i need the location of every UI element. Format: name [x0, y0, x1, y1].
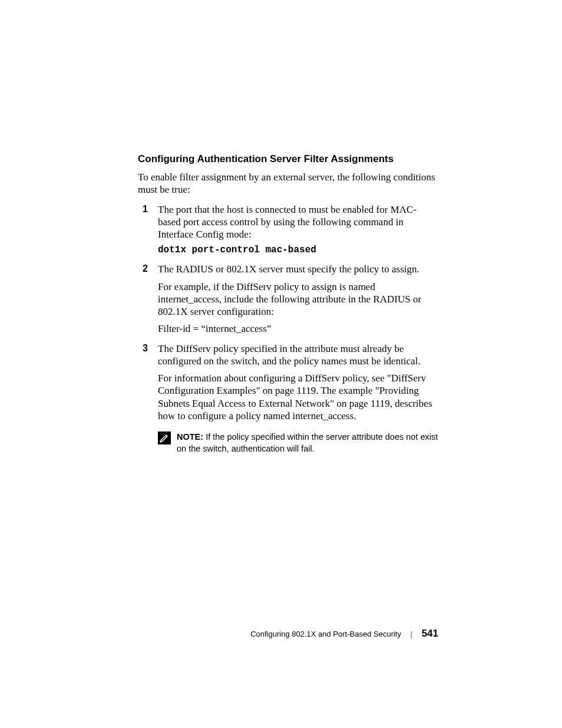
step-2-paragraph-2: Filter-id = “internet_access” [158, 322, 438, 335]
step-3-paragraph-1: For information about configuring a Diff… [158, 372, 438, 422]
footer-chapter: Configuring 802.1X and Port-Based Securi… [250, 630, 401, 638]
intro-paragraph: To enable filter assignment by an extern… [138, 171, 438, 196]
step-3: The DiffServ policy specified in the att… [138, 342, 438, 423]
section-heading: Configuring Authentication Server Filter… [138, 153, 438, 165]
step-1-command: dot1x port-control mac-based [158, 244, 438, 256]
step-2-text: The RADIUS or 802.1X server must specify… [158, 263, 419, 275]
page-footer: Configuring 802.1X and Port-Based Securi… [0, 628, 562, 640]
step-1: The port that the host is connected to m… [138, 203, 438, 256]
step-1-text: The port that the host is connected to m… [158, 204, 416, 241]
note-label: NOTE: [177, 432, 203, 442]
note-text: If the policy specified within the serve… [177, 432, 438, 453]
step-2-paragraph-1: For example, if the DiffServ policy to a… [158, 281, 438, 318]
note-icon [158, 431, 171, 444]
steps-list: The port that the host is connected to m… [138, 203, 438, 423]
step-2: The RADIUS or 802.1X server must specify… [138, 263, 438, 335]
footer-page-number: 541 [422, 628, 438, 639]
step-3-text: The DiffServ policy specified in the att… [158, 343, 421, 367]
footer-separator: | [411, 630, 412, 638]
document-page: Configuring Authentication Server Filter… [0, 0, 562, 728]
note-block: NOTE: If the policy specified within the… [138, 431, 438, 454]
